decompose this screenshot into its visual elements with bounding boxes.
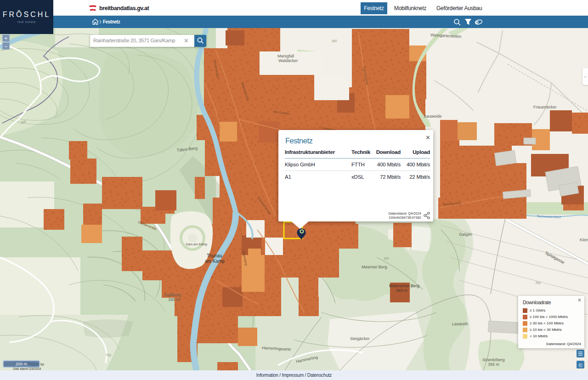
svg-text:Lasareth: Lasareth [452, 322, 468, 326]
svg-text:Stranitzberg: Stranitzberg [482, 357, 505, 362]
svg-text:Galgen: Galgen [459, 232, 472, 237]
svg-text:Meiersei Berg: Meiersei Berg [362, 265, 387, 269]
svg-text:390 m: 390 m [168, 297, 180, 302]
svg-text:Thunau: Thunau [207, 253, 222, 258]
svg-text:Klein: Klein [580, 238, 588, 242]
svg-text:Maierscher Berg: Maierscher Berg [389, 284, 419, 288]
svg-text:300: 300 [384, 257, 389, 260]
svg-text:Goldberg: Goldberg [164, 293, 181, 297]
svg-text:Steigäcker: Steigäcker [350, 336, 370, 341]
svg-text:Sauweide: Sauweide [424, 114, 442, 119]
svg-text:Manigfall: Manigfall [277, 54, 294, 58]
svg-text:am Kamp: am Kamp [205, 259, 225, 264]
svg-text:Gars am Kamp: Gars am Kamp [186, 243, 207, 246]
svg-text:355 m: 355 m [488, 362, 499, 367]
svg-text:300: 300 [331, 39, 337, 43]
svg-text:Frauenäcker: Frauenäcker [533, 105, 557, 109]
svg-text:343 m: 343 m [396, 288, 407, 293]
svg-text:Waldäcker: Waldäcker [278, 58, 298, 63]
